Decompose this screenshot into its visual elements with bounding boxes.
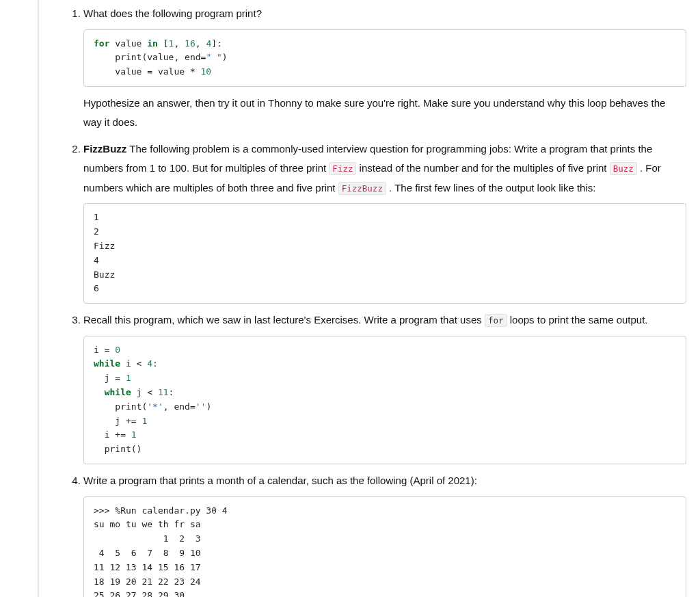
exercise-item-2: FizzBuzz The following problem is a comm… [83, 140, 686, 304]
inline-code: for [485, 314, 507, 327]
inline-code: FizzBuzz [338, 182, 386, 195]
inline-code: Buzz [610, 162, 637, 175]
exercise-list: What does the following program print? f… [68, 4, 686, 597]
exercise-2-code: 1 2 Fizz 4 Buzz 6 [83, 203, 686, 304]
exercise-4-question: Write a program that prints a month of a… [83, 475, 477, 486]
sidebar-divider [38, 0, 39, 597]
exercise-4-code: >>> %Run calendar.py 30 4 su mo tu we th… [83, 496, 686, 597]
exercise-1-question: What does the following program print? [83, 8, 262, 19]
inline-code: Fizz [329, 162, 356, 175]
exercise-1-code: for value in [1, 16, 4]: print(value, en… [83, 29, 686, 87]
page-content: What does the following program print? f… [0, 0, 700, 597]
exercise-3-code: i = 0 while i < 4: j = 1 while j < 11: p… [83, 336, 686, 464]
exercise-item-3: Recall this program, which we saw in las… [83, 310, 686, 464]
exercise-3-text: Recall this program, which we saw in las… [83, 314, 648, 326]
exercise-item-4: Write a program that prints a month of a… [83, 471, 686, 597]
exercise-2-text: FizzBuzz The following problem is a comm… [83, 143, 661, 194]
exercise-item-1: What does the following program print? f… [83, 4, 686, 133]
exercise-1-followup: Hypothesize an answer, then try it out i… [83, 94, 686, 133]
